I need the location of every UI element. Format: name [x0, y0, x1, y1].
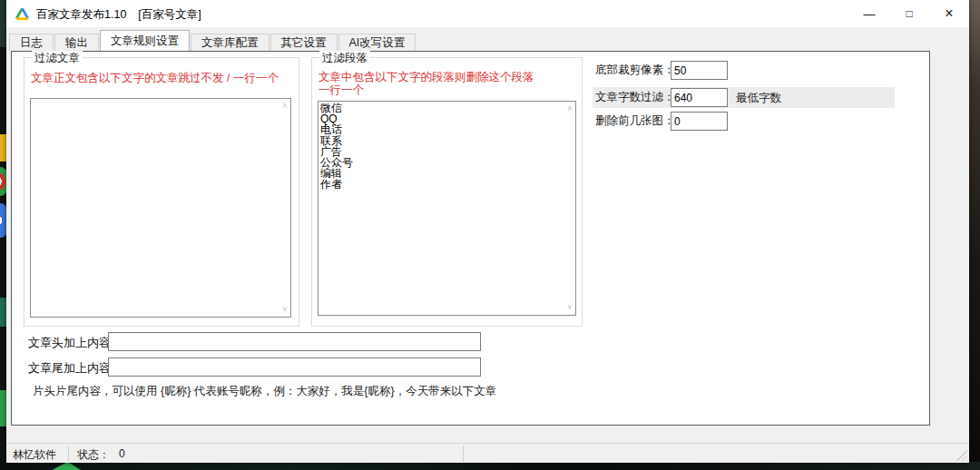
- bottom-crop-row: 底部裁剪像素：: [595, 61, 897, 80]
- tab-article-rules[interactable]: 文章规则设置: [100, 30, 190, 51]
- tab-label: 文章库配置: [201, 36, 259, 49]
- resize-grip[interactable]: [956, 450, 967, 461]
- tab-label: 输出: [65, 36, 88, 49]
- minimize-button[interactable]: —: [849, 0, 889, 27]
- tab-label: 文章规则设置: [111, 34, 179, 47]
- status-bar: 林忆软件 状态： 0: [6, 443, 969, 463]
- app-window: 百家文章发布1.10[百家号文章] — □ × 日志 输出 文章规则设置 文章库…: [6, 0, 969, 463]
- tab-log[interactable]: 日志: [9, 34, 54, 51]
- remove-images-label: 删除前几张图：: [595, 113, 675, 129]
- filter-article-hint: 文章正文包含以下文字的文章跳过不发 / 一行一个: [31, 71, 279, 86]
- tab-ai-rewrite[interactable]: AI改写设置: [338, 34, 416, 51]
- minimize-icon: —: [864, 7, 876, 21]
- filter-paragraph-textarea[interactable]: 微信 QQ 电话 联系 广告 公众号 编辑 作者: [318, 101, 576, 316]
- maximize-button[interactable]: □: [889, 0, 929, 27]
- filter-article-group-title: 过滤文章: [32, 51, 83, 66]
- article-tail-input[interactable]: [108, 357, 481, 377]
- statusbar-separator: [68, 446, 69, 462]
- word-filter-suffix: 最低字数: [736, 91, 781, 106]
- filter-paragraph-hint-line2: 一行一个: [318, 83, 364, 98]
- window-title-app: 百家文章发布1.10: [36, 8, 126, 21]
- titlebar[interactable]: 百家文章发布1.10[百家号文章] — □ ×: [6, 0, 969, 27]
- filter-article-textarea[interactable]: [30, 98, 291, 318]
- statusbar-separator: [463, 446, 464, 462]
- tab-label: 其它设置: [281, 36, 327, 49]
- tab-output[interactable]: 输出: [54, 34, 99, 51]
- bottom-crop-input[interactable]: [671, 61, 728, 80]
- word-filter-input[interactable]: [671, 88, 728, 107]
- filter-paragraph-group-title: 过滤段落: [319, 51, 370, 66]
- article-head-input[interactable]: [108, 332, 481, 351]
- filter-article-group: 过滤文章 文章正文包含以下文字的文章跳过不发 / 一行一个 ∧ ∨: [24, 57, 299, 327]
- window-title: 百家文章发布1.10[百家号文章]: [36, 7, 201, 23]
- tab-article-library[interactable]: 文章库配置: [191, 34, 270, 51]
- article-rules-page: 过滤文章 文章正文包含以下文字的文章跳过不发 / 一行一个 ∧ ∨ 过滤段落 文…: [11, 51, 930, 426]
- window-title-doc: [百家号文章]: [138, 8, 201, 21]
- app-icon: [15, 6, 30, 21]
- filter-paragraph-group: 过滤段落 文章中包含以下文字的段落则删除这个段落 一行一个 微信 QQ 电话 联…: [311, 57, 583, 327]
- word-filter-row: 文章字数过滤： 最低字数: [595, 88, 897, 107]
- statusbar-app-name: 林忆软件: [13, 447, 56, 463]
- tab-label: AI改写设置: [349, 36, 406, 49]
- remove-images-row: 删除前几张图：: [595, 112, 897, 131]
- desktop-right-strip: [967, 0, 980, 470]
- tab-other-settings[interactable]: 其它设置: [270, 34, 338, 51]
- filter-article-textarea-wrap: ∧ ∨: [30, 98, 291, 318]
- statusbar-status-label: 状态：: [77, 447, 110, 463]
- bottom-crop-label: 底部裁剪像素：: [595, 63, 675, 78]
- filter-paragraph-textarea-wrap: 微信 QQ 电话 联系 广告 公众号 编辑 作者 ∧ ∨: [318, 101, 576, 316]
- word-filter-label: 文章字数过滤：: [595, 90, 675, 105]
- close-icon: ×: [945, 5, 953, 22]
- close-button[interactable]: ×: [929, 0, 969, 27]
- taskbar-strip: [0, 462, 980, 470]
- window-controls: — □ ×: [849, 0, 969, 27]
- maximize-icon: □: [906, 7, 912, 20]
- statusbar-status-value: 0: [119, 447, 125, 460]
- desktop: { "colors": { "accent_red": "#e03131", "…: [0, 0, 980, 470]
- tab-label: 日志: [20, 36, 43, 49]
- nickname-placeholder-note: 片头片尾内容，可以使用 {昵称} 代表账号昵称，例：大家好，我是{昵称}，今天带…: [33, 384, 496, 399]
- tab-strip: 日志 输出 文章规则设置 文章库配置 其它设置 AI改写设置: [6, 27, 969, 51]
- remove-images-input[interactable]: [671, 112, 728, 131]
